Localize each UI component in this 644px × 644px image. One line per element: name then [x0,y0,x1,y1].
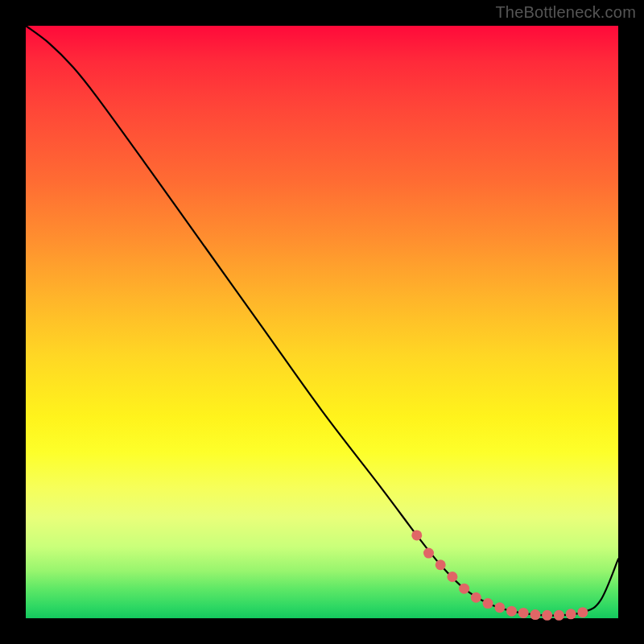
curve-marker [471,592,481,603]
curve-marker [506,606,517,617]
curve-marker [518,608,529,618]
curve-marker [577,607,588,617]
curve-marker [447,572,457,582]
curve-marker [411,530,422,540]
curve-marker [554,610,564,621]
curve-marker [530,609,540,620]
plot-area [26,26,618,618]
curve-svg [26,26,618,618]
curve-marker [542,610,552,621]
curve-marker [423,548,434,559]
curve-marker [436,559,446,570]
curve-marker [459,584,469,594]
chart-frame: TheBottleneck.com [0,0,644,644]
curve-marker [483,598,493,609]
marker-group [411,530,588,620]
bottleneck-curve-path [26,26,618,616]
watermark-text: TheBottleneck.com [495,3,636,22]
curve-marker [566,609,576,619]
curve-marker [494,602,505,613]
